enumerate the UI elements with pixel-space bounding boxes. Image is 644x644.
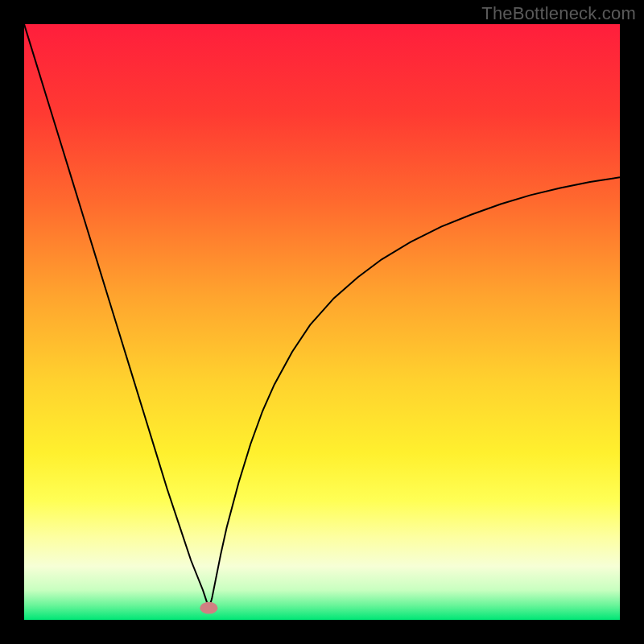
gradient-background [24, 24, 620, 620]
watermark-text: TheBottleneck.com [481, 3, 636, 24]
plot-area [24, 24, 620, 620]
min-marker [200, 602, 217, 614]
chart-frame: TheBottleneck.com [0, 0, 644, 644]
chart-svg [24, 24, 620, 620]
